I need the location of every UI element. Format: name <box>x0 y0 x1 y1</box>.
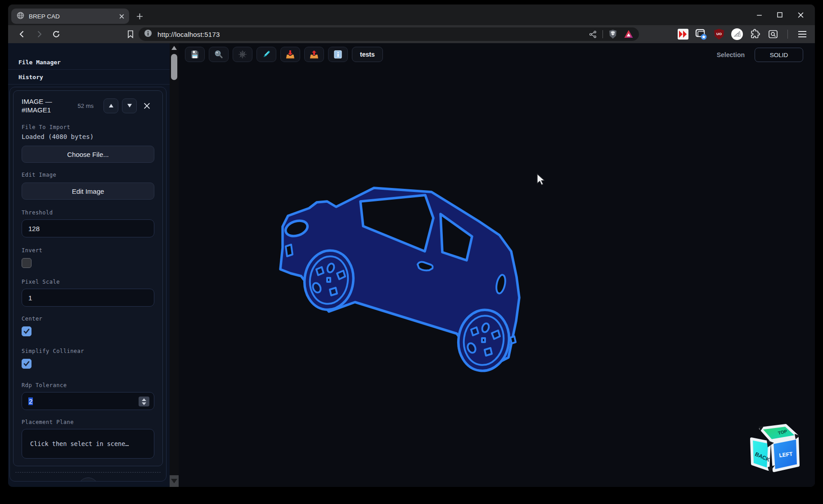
tab-close-icon[interactable] <box>119 13 125 19</box>
app-toolbar: tests <box>185 47 383 62</box>
invert-label: Invert <box>22 247 154 254</box>
view-cube[interactable]: TOP BACK LEFT <box>751 425 800 473</box>
back-button[interactable] <box>15 27 29 41</box>
car-sketch <box>280 188 519 374</box>
divider <box>15 472 161 473</box>
selection-label: Selection <box>717 51 745 58</box>
number-stepper[interactable] <box>139 397 149 406</box>
window-close-button[interactable] <box>797 11 804 18</box>
add-feature-button[interactable]: + <box>78 477 99 482</box>
tab-title: BREP CAD <box>29 13 119 20</box>
menu-hamburger-icon[interactable] <box>795 27 810 41</box>
browser-toolbar: http://localhost:5173 UO <box>8 25 815 43</box>
globe-icon <box>17 12 24 21</box>
window-controls <box>756 11 809 18</box>
cad-scene[interactable]: TOP BACK LEFT <box>179 43 815 487</box>
share-icon[interactable] <box>589 30 597 39</box>
pixel-scale-input[interactable]: 1 <box>22 289 154 307</box>
save-button[interactable] <box>185 47 205 62</box>
mouse-cursor <box>537 174 544 185</box>
simplify-collinear-checkbox[interactable] <box>22 359 31 369</box>
tests-button[interactable]: tests <box>352 47 383 62</box>
pixel-scale-label: Pixel Scale <box>22 279 154 285</box>
extensions-puzzle-icon[interactable] <box>748 27 762 41</box>
minimize-button[interactable] <box>756 11 763 18</box>
address-bar[interactable]: http://localhost:5173 <box>139 27 639 41</box>
ext-tab-manager-icon[interactable] <box>694 27 708 41</box>
rdp-tolerance-input[interactable]: 2 <box>22 392 154 410</box>
duration-badge: 52 ms <box>78 103 94 109</box>
import-tray-button[interactable] <box>280 47 300 62</box>
search-tabs-icon[interactable] <box>766 27 780 41</box>
info-button[interactable] <box>328 47 348 62</box>
center-label: Center <box>22 316 154 322</box>
invert-checkbox[interactable] <box>22 258 31 268</box>
rdp-tolerance-label: Rdp Tolerance <box>22 382 154 388</box>
extension-icons: UO <box>676 27 810 41</box>
brave-shields-icon[interactable] <box>608 29 617 39</box>
scrollbar-thumb[interactable] <box>171 54 177 80</box>
scroll-up-arrow-icon[interactable] <box>171 46 177 50</box>
sidebar-item-file-manager[interactable]: File Manager <box>8 55 170 70</box>
move-down-button[interactable] <box>122 98 137 113</box>
reload-button[interactable] <box>49 27 63 41</box>
sidebar-scrollbar[interactable] <box>170 43 179 487</box>
center-checkbox[interactable] <box>22 326 31 336</box>
choose-file-button[interactable]: Choose File... <box>22 146 154 163</box>
ext-mesh-icon[interactable] <box>730 27 744 41</box>
selection-mode: Selection SOLID <box>717 48 803 62</box>
edit-image-label: Edit Image <box>22 172 154 178</box>
brave-rewards-icon[interactable] <box>624 30 634 39</box>
web-button[interactable] <box>233 47 252 62</box>
placement-plane-picker[interactable]: Click then select in scene… <box>22 429 154 459</box>
scroll-down-button[interactable] <box>170 475 179 487</box>
edit-image-button[interactable]: Edit Image <box>22 183 154 200</box>
forward-button[interactable] <box>32 27 46 41</box>
image-feature-card: IMAGE — #IMAGE1 52 ms <box>13 90 163 466</box>
browser-window: BREP CAD <box>8 4 815 487</box>
file-to-import-label: File To Import <box>22 124 154 130</box>
site-info-icon[interactable] <box>144 29 152 39</box>
browser-tab[interactable]: BREP CAD <box>11 9 129 24</box>
selection-mode-dropdown[interactable]: SOLID <box>755 48 803 62</box>
threshold-label: Threshold <box>22 210 154 216</box>
ext-forward-arrows-icon[interactable] <box>676 27 690 41</box>
maximize-button[interactable] <box>776 11 783 18</box>
move-up-button[interactable] <box>103 98 118 113</box>
pen-button[interactable] <box>256 47 276 62</box>
file-loaded-status: Loaded (4080 bytes) <box>22 133 154 140</box>
feature-title: IMAGE — #IMAGE1 <box>22 97 70 114</box>
url-text[interactable]: http://localhost:5173 <box>157 31 589 38</box>
sidebar-item-history[interactable]: History <box>8 70 170 85</box>
sidebar: File Manager History IMAGE — #IMAGE1 52 … <box>8 43 170 487</box>
threshold-input[interactable]: 128 <box>22 219 154 237</box>
placement-plane-label: Placement Plane <box>22 419 154 425</box>
history-panel: IMAGE — #IMAGE1 52 ms <box>9 87 166 482</box>
bookmark-icon[interactable] <box>126 30 135 39</box>
panel-close-icon[interactable] <box>139 98 154 113</box>
svg-text:UO: UO <box>716 32 722 36</box>
export-tray-button[interactable] <box>304 47 324 62</box>
viewport[interactable]: tests Selection SOLID <box>179 43 815 487</box>
tab-strip: BREP CAD <box>8 4 815 25</box>
ext-ublock-icon[interactable]: UO <box>712 27 726 41</box>
simplify-collinear-label: Simplify Collinear <box>22 348 154 354</box>
search-button[interactable] <box>209 47 229 62</box>
new-tab-button[interactable] <box>133 9 146 23</box>
